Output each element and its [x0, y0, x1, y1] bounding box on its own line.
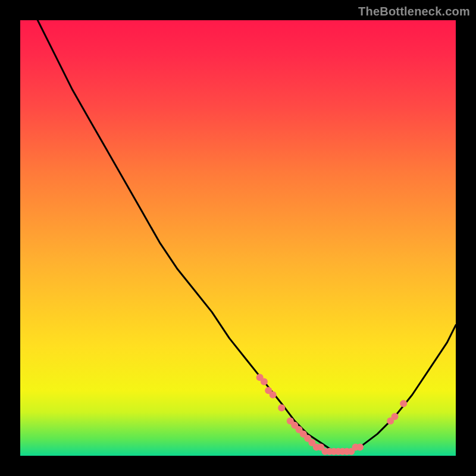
plot-area — [20, 20, 456, 456]
curve-layer — [20, 20, 456, 456]
data-marker — [261, 378, 268, 386]
data-marker — [270, 392, 277, 399]
watermark-text: TheBottleneck.com — [358, 5, 470, 18]
data-marker — [278, 405, 285, 412]
data-marker — [400, 400, 407, 407]
data-marker — [356, 443, 364, 450]
data-marker — [392, 413, 399, 420]
chart-container: TheBottleneck.com — [0, 0, 476, 476]
bottleneck-curve — [20, 20, 456, 452]
